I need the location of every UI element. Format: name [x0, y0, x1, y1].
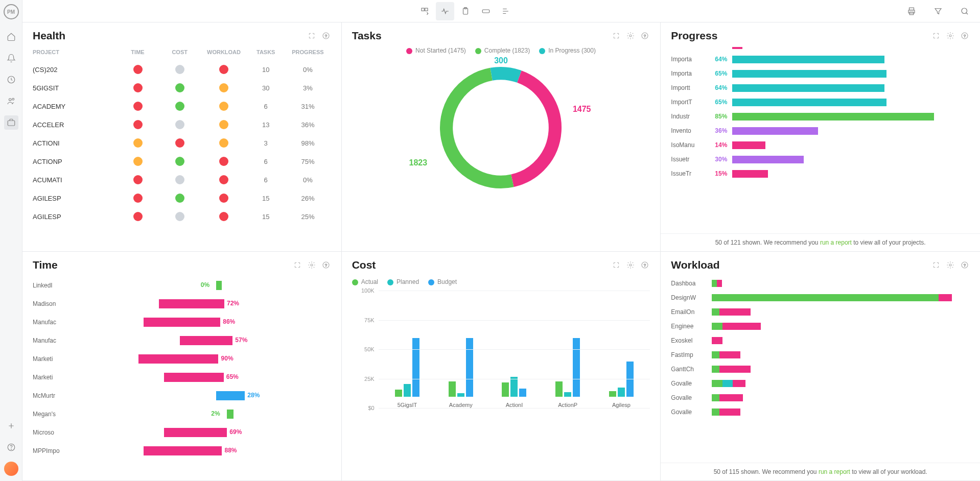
progress-bar: [732, 127, 818, 135]
time-row[interactable]: Manufac 57%: [33, 331, 331, 350]
workload-row[interactable]: GanttCh: [671, 362, 970, 376]
filter-icon[interactable]: [929, 2, 947, 20]
expand-icon[interactable]: [292, 260, 302, 270]
workload-row[interactable]: FastImp: [671, 348, 970, 362]
help-icon[interactable]: ?: [960, 260, 970, 270]
workload-row[interactable]: Govalle: [671, 391, 970, 405]
workload-row[interactable]: DesignW: [671, 291, 970, 305]
time-bar: [216, 281, 221, 290]
progress-row[interactable]: Importt 64%: [671, 81, 970, 95]
gear-icon[interactable]: [307, 260, 317, 270]
status-dot: [175, 83, 184, 92]
progress-bar: [732, 99, 886, 106]
logo[interactable]: PM: [4, 4, 19, 19]
time-pct: 0%: [201, 281, 209, 288]
workload-segment: [733, 380, 745, 387]
time-row[interactable]: McMurtr 28%: [33, 387, 331, 405]
workload-segment: [712, 337, 722, 344]
status-dot: [133, 138, 143, 148]
add-icon[interactable]: [4, 419, 18, 433]
progress-row[interactable]: Issuetr 30%: [671, 152, 970, 166]
run-report-link[interactable]: run a report: [820, 239, 852, 246]
view-timeline-icon[interactable]: [497, 2, 516, 20]
help-icon[interactable]: ?: [321, 260, 331, 270]
health-row[interactable]: ACTIONI 3 98%: [33, 134, 331, 152]
progress-pct: 36%: [705, 127, 727, 134]
help-icon[interactable]: ?: [960, 31, 970, 41]
time-row[interactable]: Manufac 86%: [33, 313, 331, 331]
svg-point-20: [949, 35, 951, 37]
workload-row[interactable]: Govalle: [671, 376, 970, 391]
people-icon[interactable]: [4, 94, 18, 108]
health-row[interactable]: AGILESP 15 26%: [33, 189, 331, 207]
progress-pct: 14%: [705, 141, 727, 149]
health-row[interactable]: 5GIGSIT 30 3%: [33, 79, 331, 97]
workload-row[interactable]: Dashboa: [671, 276, 970, 291]
search-icon[interactable]: [955, 2, 974, 20]
time-row[interactable]: Madison 72%: [33, 295, 331, 313]
legend-item: Not Started (1475): [406, 47, 466, 54]
view-pulse-icon[interactable]: [436, 2, 454, 20]
avatar[interactable]: [4, 462, 18, 476]
briefcase-icon[interactable]: [4, 115, 18, 130]
panel-title: Progress: [671, 30, 717, 42]
view-card-icon[interactable]: [477, 2, 495, 20]
health-row[interactable]: ACCELER 13 36%: [33, 115, 331, 134]
expand-icon[interactable]: [931, 31, 941, 41]
view-clipboard-icon[interactable]: [456, 2, 475, 20]
progress-bar: [732, 170, 768, 178]
time-row[interactable]: Marketi 65%: [33, 368, 331, 387]
progress-row[interactable]: Invento 36%: [671, 124, 970, 138]
progress-row[interactable]: Importa 64%: [671, 52, 970, 66]
workload-row[interactable]: Exoskel: [671, 333, 970, 348]
progress-pct: 64%: [705, 84, 727, 91]
time-row[interactable]: Marketi 90%: [33, 350, 331, 368]
status-dot: [175, 175, 184, 184]
health-row[interactable]: ACUMATI 6 0%: [33, 171, 331, 189]
expand-icon[interactable]: [307, 31, 317, 41]
time-row[interactable]: MPPImpo 88%: [33, 442, 331, 460]
print-icon[interactable]: [902, 2, 921, 20]
workload-segment: [717, 280, 722, 287]
gear-icon[interactable]: [625, 260, 636, 270]
view-overview-icon[interactable]: [415, 2, 434, 20]
help-icon[interactable]: ?: [640, 260, 650, 270]
progress-row[interactable]: IssueTr 15%: [671, 166, 970, 181]
workload-row[interactable]: EmailOn: [671, 305, 970, 319]
gear-icon[interactable]: [945, 31, 955, 41]
workload-row[interactable]: Govalle: [671, 405, 970, 419]
panel-title: Workload: [671, 259, 719, 271]
time-bar: [180, 336, 232, 345]
time-row[interactable]: Megan's 2%: [33, 405, 331, 423]
home-icon[interactable]: [4, 30, 18, 44]
bell-icon[interactable]: [4, 51, 18, 65]
panel-progress: Progress ? Importa 64% Importa 65% Impor…: [661, 22, 980, 252]
progress-row[interactable]: Industr 85%: [671, 109, 970, 124]
progress-row[interactable]: ImportT 65%: [671, 95, 970, 109]
health-row[interactable]: (CS)202 10 0%: [33, 60, 331, 79]
time-row[interactable]: Microso 69%: [33, 423, 331, 442]
expand-icon[interactable]: [931, 260, 941, 270]
svg-point-17: [629, 35, 632, 37]
help-icon[interactable]: [4, 440, 18, 454]
cost-bar-group: ActionP: [555, 279, 580, 408]
health-row[interactable]: ACTIONP 6 75%: [33, 152, 331, 171]
workload-row[interactable]: Enginee: [671, 319, 970, 333]
clock-icon[interactable]: [4, 73, 18, 87]
progress-row[interactable]: Importa 65%: [671, 66, 970, 81]
progress-row[interactable]: IsoManu 14%: [671, 138, 970, 152]
help-icon[interactable]: ?: [640, 31, 650, 41]
expand-icon[interactable]: [611, 31, 621, 41]
workload-segment: [712, 408, 719, 416]
project-name: Manufac: [33, 337, 71, 344]
help-icon[interactable]: ?: [321, 31, 331, 41]
gear-icon[interactable]: [945, 260, 955, 270]
time-row[interactable]: LinkedI 0%: [33, 276, 331, 295]
run-report-link[interactable]: run a report: [819, 468, 850, 475]
expand-icon[interactable]: [611, 260, 621, 270]
topbar: [22, 0, 980, 22]
health-row[interactable]: AGILESP 15 25%: [33, 207, 331, 226]
donut-label-left: 1823: [409, 158, 427, 167]
health-row[interactable]: ACADEMY 6 31%: [33, 97, 331, 115]
gear-icon[interactable]: [625, 31, 636, 41]
